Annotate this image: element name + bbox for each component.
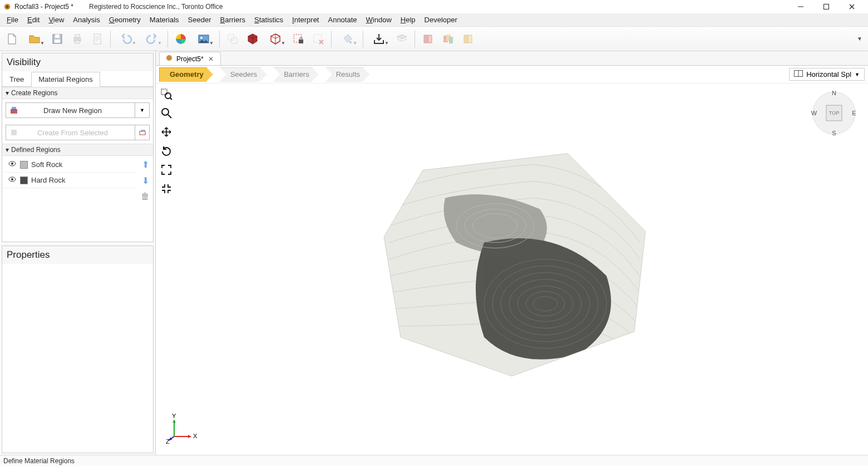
menu-view[interactable]: View [44,14,68,25]
svg-point-37 [166,55,172,61]
move-down-icon[interactable]: ⬇ [142,175,149,186]
selection-delete-icon[interactable] [309,30,328,48]
zoom-window-icon[interactable] [159,87,174,101]
svg-point-43 [162,109,169,115]
rotate-icon[interactable] [159,144,174,158]
visibility-title: Visibility [2,53,153,71]
draw-region-icon [6,106,22,115]
menu-analysis[interactable]: Analysis [68,14,104,25]
delete-icon[interactable]: 🗑 [141,192,150,202]
chevron-down-icon: ▾ [6,89,9,97]
svg-rect-8 [55,40,60,43]
material-swatch [20,176,28,184]
split-view-dropdown[interactable]: Horizontal Spl ▼ [789,68,865,81]
layer-icon[interactable] [392,30,411,48]
svg-point-36 [11,178,13,180]
tab-close-icon[interactable]: ✕ [207,55,215,63]
svg-rect-20 [228,35,234,40]
create-regions-label: Create Regions [11,89,57,97]
maximize-button[interactable] [813,0,839,13]
menu-bar: FileEditViewAnalysisGeometryMaterialsSee… [0,13,868,27]
create-from-selected-button[interactable]: Create From Selected [6,125,135,140]
import-icon[interactable]: ▼ [367,30,391,48]
svg-marker-62 [172,420,176,423]
stage-results[interactable]: Results [326,67,369,82]
move-up-icon[interactable]: ⬆ [142,159,149,170]
svg-point-19 [200,37,203,39]
visibility-eye-icon[interactable] [8,159,17,170]
material-swatch [20,161,28,169]
ribbon-options-dropdown[interactable]: ▼ [854,36,866,42]
svg-rect-10 [75,35,80,37]
svg-point-34 [11,163,13,165]
compass-n: N [832,90,836,96]
pan-icon[interactable] [159,125,174,139]
menu-materials[interactable]: Materials [145,14,184,25]
menu-file[interactable]: File [2,14,23,25]
save-icon[interactable] [48,30,67,48]
image-icon[interactable]: ▼ [191,30,216,48]
transform-icon[interactable] [223,30,242,48]
stage-barriers[interactable]: Barriers [273,67,319,82]
book-gold-icon[interactable] [458,30,477,48]
selection-lock-icon[interactable] [289,30,308,48]
viewport-3d[interactable]: TOP N S E W X Y Z [156,84,868,455]
minimize-button[interactable] [788,0,813,13]
create-from-selected-aux[interactable] [135,125,150,140]
region-item[interactable]: Hard Rock [4,173,135,188]
menu-geometry[interactable]: Geometry [105,14,145,25]
svg-rect-11 [75,41,80,43]
registration-text: Registered to Rocscience Inc., Toronto O… [89,3,223,11]
document-icon[interactable] [88,30,107,48]
color-wheel-icon[interactable] [171,30,190,48]
region-label: Hard Rock [31,176,65,184]
create-selected-icon [6,128,22,137]
bucket-icon[interactable]: ▼ [335,30,359,48]
stage-seeders[interactable]: Seeders [220,67,267,82]
menu-help[interactable]: Help [396,14,420,25]
menu-edit[interactable]: Edit [23,14,44,25]
new-file-icon[interactable] [2,30,21,48]
menu-statistics[interactable]: Statistics [250,14,288,25]
menu-window[interactable]: Window [362,14,396,25]
fit-expand-icon[interactable] [159,163,174,177]
document-tab[interactable]: Project5* ✕ [159,52,221,65]
cube-wire-icon[interactable]: ▼ [263,30,288,48]
tab-material-regions[interactable]: Material Regions [31,72,100,87]
draw-new-region-button[interactable]: Draw New Region [6,102,135,118]
chevron-down-icon: ▼ [855,72,860,77]
status-bar: Define Material Regions [0,455,868,466]
close-button[interactable] [839,0,865,13]
draw-new-region-dropdown[interactable]: ▼ [135,102,150,118]
open-folder-icon[interactable]: ▼ [22,30,47,48]
fit-collapse-icon[interactable] [159,182,174,196]
axis-z-label: Z [166,438,170,445]
zoom-icon[interactable] [159,106,174,120]
tab-tree[interactable]: Tree [2,72,31,87]
svg-rect-29 [12,107,16,110]
undo-icon[interactable]: ▼ [114,30,139,48]
cube-red-icon[interactable] [243,30,262,48]
menu-barriers[interactable]: Barriers [216,14,250,25]
terrain-model[interactable] [367,148,657,381]
book-red-icon[interactable] [418,30,437,48]
print-icon[interactable] [68,30,87,48]
view-compass[interactable]: TOP N S E W [810,89,858,137]
svg-point-1 [6,5,8,8]
svg-rect-31 [140,131,145,135]
menu-interpret[interactable]: Interpret [288,14,323,25]
region-item[interactable]: Soft Rock [4,157,135,173]
redo-icon[interactable]: ▼ [140,30,164,48]
document-tab-label: Project5* [176,55,204,63]
stage-geometry[interactable]: Geometry [159,67,213,82]
create-regions-header[interactable]: ▾ Create Regions [2,87,153,99]
menu-annotate[interactable]: Annotate [323,14,361,25]
defined-regions-header[interactable]: ▾ Defined Regions [2,144,153,156]
menu-seeder[interactable]: Seeder [184,14,216,25]
menu-developer[interactable]: Developer [420,14,462,25]
book-stack-icon[interactable] [438,30,457,48]
axis-x-label: X [193,433,198,439]
svg-marker-60 [188,435,191,438]
visibility-eye-icon[interactable] [8,175,17,185]
title-bar: Rocfall3 - Project5 * Registered to Rocs… [0,0,868,13]
